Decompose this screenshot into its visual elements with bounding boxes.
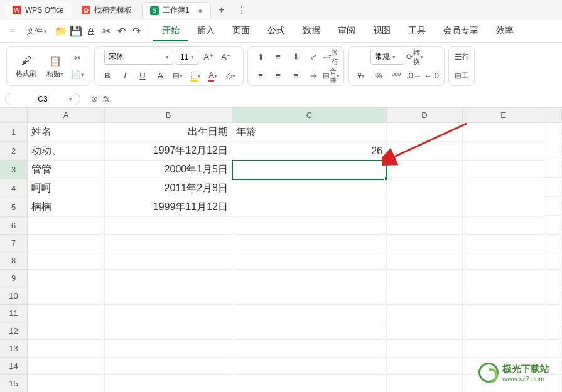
row-header-2[interactable]: 2 xyxy=(0,142,28,161)
undo-icon[interactable]: ↶ xyxy=(115,25,127,38)
formula-bar[interactable] xyxy=(114,95,453,103)
cell-B2[interactable]: 1997年12月12日 xyxy=(105,142,232,161)
cell-A15[interactable] xyxy=(28,375,105,392)
cell-spill-4[interactable] xyxy=(544,179,562,197)
cell-spill-5[interactable] xyxy=(544,198,562,216)
format-painter-button[interactable]: 🖌 格式刷 xyxy=(12,53,40,80)
template-tab[interactable]: ✿ 找稻壳模板 xyxy=(74,2,139,18)
row-header-12[interactable]: 12 xyxy=(0,322,28,340)
cell-B7[interactable] xyxy=(105,235,232,252)
cell-C1[interactable]: 年龄 xyxy=(232,123,387,142)
cell-A9[interactable] xyxy=(28,270,105,287)
cell-D3[interactable] xyxy=(387,161,463,179)
redo-icon[interactable]: ↷ xyxy=(130,25,143,38)
menu-插入[interactable]: 插入 xyxy=(188,21,224,41)
increase-decimal-button[interactable]: .0→ xyxy=(406,68,421,83)
cell-E13[interactable] xyxy=(463,340,544,358)
column-header-D[interactable]: D xyxy=(387,108,463,123)
row-header-4[interactable]: 4 xyxy=(0,179,28,198)
cell-C7[interactable] xyxy=(232,235,387,252)
cell-D15[interactable] xyxy=(387,375,463,392)
open-icon[interactable]: 📁 xyxy=(55,25,67,38)
cell-B3[interactable]: 2000年1月5日 xyxy=(105,161,232,179)
cancel-formula-icon[interactable]: ⊗ xyxy=(91,94,98,103)
cell-spill-2[interactable] xyxy=(544,142,562,159)
cell-A1[interactable]: 姓名 xyxy=(28,123,105,142)
cell-A14[interactable] xyxy=(28,358,105,375)
cell-C2[interactable]: 26 xyxy=(232,142,387,161)
cell-B8[interactable] xyxy=(105,252,232,270)
cell-D5[interactable] xyxy=(387,198,463,217)
cell-E10[interactable] xyxy=(463,287,544,305)
cell-A11[interactable] xyxy=(28,305,105,322)
cell-C4[interactable] xyxy=(232,179,387,198)
rows-button[interactable]: ☰行 xyxy=(454,50,469,65)
cell-D14[interactable] xyxy=(387,358,463,375)
wrap-text-button[interactable]: ⮐换行 xyxy=(323,50,338,65)
cell-spill-9[interactable] xyxy=(544,270,562,287)
row-header-9[interactable]: 9 xyxy=(0,270,28,287)
cell-E4[interactable] xyxy=(463,179,544,198)
fill-color-button[interactable]: ⬚▾ xyxy=(188,68,203,83)
row-header-15[interactable]: 15 xyxy=(0,375,28,392)
cell-C13[interactable] xyxy=(232,340,387,358)
cell-spill-1[interactable] xyxy=(544,123,562,140)
cell-D6[interactable] xyxy=(387,217,463,235)
cell-C6[interactable] xyxy=(232,217,387,235)
cell-B6[interactable] xyxy=(105,217,232,235)
cell-B14[interactable] xyxy=(105,358,232,375)
row-header-5[interactable]: 5 xyxy=(0,198,28,217)
cell-spill-10[interactable] xyxy=(544,287,562,305)
cell-B10[interactable] xyxy=(105,287,232,305)
underline-button[interactable]: U xyxy=(135,68,150,83)
cell-E12[interactable] xyxy=(463,322,544,340)
convert-button[interactable]: ⟳转换▾ xyxy=(407,50,422,65)
cell-C8[interactable] xyxy=(232,252,387,270)
menu-工具[interactable]: 工具 xyxy=(399,21,435,41)
column-header-A[interactable]: A xyxy=(28,108,105,123)
menu-会员专享[interactable]: 会员专享 xyxy=(435,21,487,41)
align-bottom-button[interactable]: ⬇ xyxy=(288,50,303,65)
column-header-E[interactable]: E xyxy=(463,108,544,123)
comma-button[interactable]: ººº xyxy=(389,68,404,83)
merge-button[interactable]: ⊟合并▾ xyxy=(323,68,338,83)
cell-B15[interactable] xyxy=(105,375,232,392)
cell-A4[interactable]: 呵呵 xyxy=(28,179,105,198)
row-header-6[interactable]: 6 xyxy=(0,217,28,235)
border-button[interactable]: ⊞▾ xyxy=(170,68,185,83)
cell-A7[interactable] xyxy=(28,235,105,252)
select-all-corner[interactable] xyxy=(0,108,28,123)
cell-E7[interactable] xyxy=(463,235,544,252)
cell-A2[interactable]: 动动、 xyxy=(28,142,105,161)
cell-spill-3[interactable] xyxy=(544,161,562,178)
cell-E2[interactable] xyxy=(463,142,544,161)
decrease-decimal-button[interactable]: ←.0 xyxy=(424,68,439,83)
cell-B13[interactable] xyxy=(105,340,232,358)
strikethrough-button[interactable]: A̶ xyxy=(153,68,168,83)
font-selector[interactable]: 宋体▾ xyxy=(104,50,173,65)
menu-效率[interactable]: 效率 xyxy=(487,21,522,41)
cell-D11[interactable] xyxy=(387,305,463,322)
orientation-button[interactable]: ⤢ xyxy=(306,50,321,65)
cell-B1[interactable]: 出生日期 xyxy=(105,123,232,142)
cell-D13[interactable] xyxy=(387,340,463,358)
tab-close-icon[interactable]: ● xyxy=(198,6,202,15)
file-menu[interactable]: 文件▾ xyxy=(21,23,52,40)
cell-spill-8[interactable] xyxy=(544,252,562,270)
cell-C12[interactable] xyxy=(232,322,387,340)
cell-C9[interactable] xyxy=(232,270,387,287)
copy-button[interactable]: 📄▾ xyxy=(70,67,85,82)
cell-A13[interactable] xyxy=(28,340,105,358)
indent-button[interactable]: ⇥ xyxy=(306,68,321,83)
menu-公式[interactable]: 公式 xyxy=(259,21,294,41)
cell-A10[interactable] xyxy=(28,287,105,305)
cell-D12[interactable] xyxy=(387,322,463,340)
save-icon[interactable]: 💾 xyxy=(70,25,82,38)
tools-button[interactable]: ⊞工 xyxy=(454,68,469,83)
cell-D7[interactable] xyxy=(387,235,463,252)
menu-数据[interactable]: 数据 xyxy=(294,21,329,41)
cell-E9[interactable] xyxy=(463,270,544,287)
row-header-3[interactable]: 3 xyxy=(0,161,28,179)
cell-C5[interactable] xyxy=(232,198,387,217)
format-selector[interactable]: 常规▾ xyxy=(370,50,404,65)
